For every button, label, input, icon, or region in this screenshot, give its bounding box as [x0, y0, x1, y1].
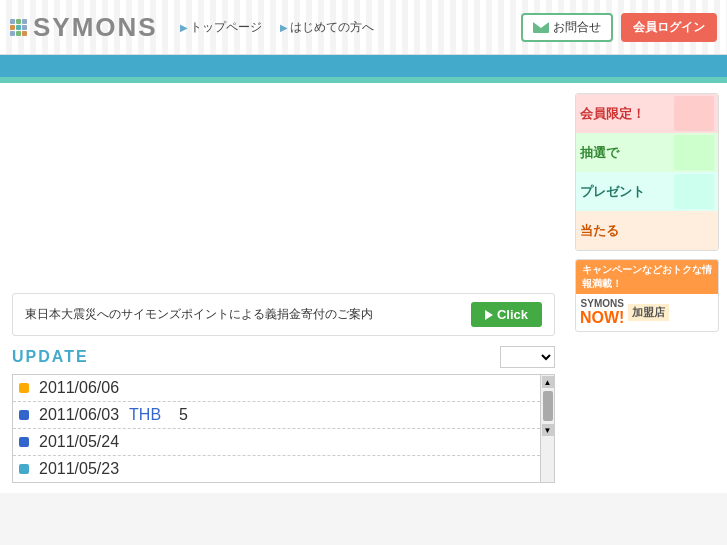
table-row: 2011/05/23	[13, 456, 540, 482]
login-label: 会員ログイン	[633, 20, 705, 34]
update-scrollbar: ▲ ▼	[541, 374, 555, 483]
update-dot	[19, 464, 29, 474]
campaign-image-1	[674, 96, 714, 131]
update-section: UPDATE 2011/06/06 2011/06/03	[12, 346, 555, 483]
update-dot	[19, 383, 29, 393]
campaign-image-4	[674, 213, 714, 248]
update-date: 2011/05/24	[39, 433, 119, 451]
nav-beginners[interactable]: ▶ はじめての方へ	[280, 19, 374, 36]
blue-stripe	[0, 55, 727, 77]
update-date: 2011/05/23	[39, 460, 119, 478]
logo-dot-2	[16, 19, 21, 24]
logo-dot-9	[22, 31, 27, 36]
logo-area: SYMONS	[10, 12, 170, 43]
update-tag: THB	[129, 406, 169, 424]
click-label: Click	[497, 307, 528, 322]
nav-top-label: トップページ	[190, 19, 262, 36]
mail-icon	[533, 22, 549, 33]
store-header: キャンペーンなどおトクな情報満載！	[576, 260, 718, 294]
campaign-image-2	[674, 135, 714, 170]
nav-area: ▶ トップページ ▶ はじめての方へ	[170, 19, 521, 36]
contact-label: お問合せ	[553, 19, 601, 36]
nav-arrow-2: ▶	[280, 22, 288, 33]
campaign-label-2: 抽選で	[580, 144, 674, 162]
nav-arrow-1: ▶	[180, 22, 188, 33]
nav-beginners-label: はじめての方へ	[290, 19, 374, 36]
campaign-label-3: プレゼント	[580, 183, 674, 201]
scroll-up-button[interactable]: ▲	[542, 376, 554, 388]
table-row: 2011/06/06	[13, 375, 540, 402]
store-kanji: 加盟店	[628, 304, 669, 321]
store-box: キャンペーンなどおトクな情報満載！ SYMONS NOW! 加盟店	[575, 259, 719, 332]
update-title: UPDATE	[12, 348, 89, 366]
store-logo-area: SYMONS NOW!	[580, 298, 624, 327]
table-row: 2011/05/24	[13, 429, 540, 456]
campaign-row-3: プレゼント	[576, 172, 718, 211]
update-list: 2011/06/06 2011/06/03 THB 5 2011/05/24	[12, 374, 541, 483]
play-icon	[485, 310, 493, 320]
header-right: お問合せ 会員ログイン	[521, 13, 717, 42]
logo-dot-8	[16, 31, 21, 36]
campaign-label-1: 会員限定！	[580, 105, 674, 123]
update-filter-select[interactable]	[500, 346, 555, 368]
left-content: 東日本大震災へのサイモンズポイントによる義捐金寄付のご案内 Click UPDA…	[0, 83, 567, 493]
campaign-image-3	[674, 174, 714, 209]
campaign-box: 会員限定！ 抽選で プレゼント 当たる	[575, 93, 719, 251]
contact-button[interactable]: お問合せ	[521, 13, 613, 42]
banner-area	[12, 93, 555, 283]
logo-dot-3	[22, 19, 27, 24]
logo-text: SYMONS	[33, 12, 158, 43]
logo-dot-5	[16, 25, 21, 30]
announcement-bar: 東日本大震災へのサイモンズポイントによる義捐金寄付のご案内 Click	[12, 293, 555, 336]
store-logo-text: SYMONS	[581, 298, 624, 309]
scroll-down-button[interactable]: ▼	[542, 424, 554, 436]
campaign-row-4: 当たる	[576, 211, 718, 250]
announcement-text: 東日本大震災へのサイモンズポイントによる義捐金寄付のご案内	[25, 306, 373, 323]
logo-icon	[10, 19, 27, 36]
logo-dot-1	[10, 19, 15, 24]
click-button[interactable]: Click	[471, 302, 542, 327]
store-now-text: NOW!	[580, 309, 624, 327]
campaign-row-1: 会員限定！	[576, 94, 718, 133]
update-date: 2011/06/03	[39, 406, 119, 424]
logo-dot-7	[10, 31, 15, 36]
update-list-wrap: 2011/06/06 2011/06/03 THB 5 2011/05/24	[12, 374, 555, 483]
table-row: 2011/06/03 THB 5	[13, 402, 540, 429]
campaign-label-4: 当たる	[580, 222, 674, 240]
right-sidebar: 会員限定！ 抽選で プレゼント 当たる キャンペーンなどおトクな情報満載！ SY…	[567, 83, 727, 493]
campaign-row-2: 抽選で	[576, 133, 718, 172]
store-content: SYMONS NOW! 加盟店	[576, 294, 718, 331]
update-num: 5	[179, 406, 188, 424]
nav-top[interactable]: ▶ トップページ	[180, 19, 262, 36]
logo-dot-6	[22, 25, 27, 30]
update-date: 2011/06/06	[39, 379, 119, 397]
logo-dot-4	[10, 25, 15, 30]
login-button[interactable]: 会員ログイン	[621, 13, 717, 42]
scroll-thumb[interactable]	[543, 391, 553, 421]
update-dot	[19, 437, 29, 447]
update-header: UPDATE	[12, 346, 555, 368]
update-dot	[19, 410, 29, 420]
main-content: 東日本大震災へのサイモンズポイントによる義捐金寄付のご案内 Click UPDA…	[0, 83, 727, 493]
header: SYMONS ▶ トップページ ▶ はじめての方へ お問合せ 会員ログイン	[0, 0, 727, 55]
